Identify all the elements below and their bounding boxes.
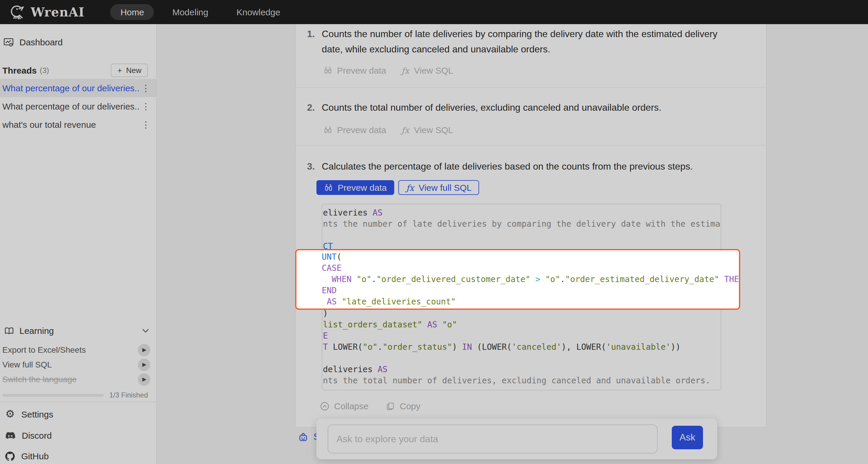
tour-dim-overlay (0, 0, 868, 464)
app-stage: WrenAI Home Modeling Knowledge Dashboard… (0, 0, 868, 464)
tour-highlight-box: UNT(CASE WHEN "o"."order_delivered_custo… (295, 249, 740, 310)
sql-highlight-code: UNT(CASE WHEN "o"."order_delivered_custo… (297, 250, 739, 307)
